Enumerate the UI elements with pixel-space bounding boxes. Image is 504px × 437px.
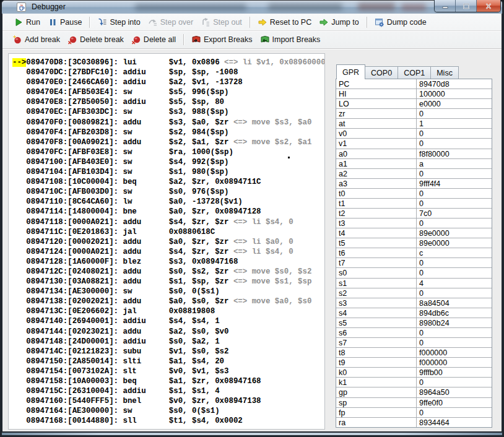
step-over-button[interactable]: Step over — [144, 15, 198, 29]
register-value[interactable]: 0 — [417, 169, 492, 178]
import-breaks-button[interactable]: Import Breaks — [256, 33, 324, 46]
register-row[interactable]: at1 — [336, 119, 492, 129]
register-value[interactable]: 4 — [417, 279, 492, 288]
disassembly-line[interactable]: 08947100:[AFB403E0]: sw $s4, 992($sp) — [12, 157, 324, 167]
disassembly-line[interactable]: 0894713C:[0E206602]: jal 0x08819808 — [12, 306, 324, 316]
register-value[interactable]: 0 — [417, 139, 492, 148]
disassembly-line[interactable]: 089470F0:[00809821]: addu $s3, $a0, $zr … — [12, 118, 324, 128]
step-into-button[interactable]: Step into — [93, 15, 144, 29]
register-row[interactable]: s4894db6c — [336, 308, 492, 318]
register-row[interactable]: a0f8f80000 — [336, 149, 492, 159]
register-value[interactable]: 0 — [417, 378, 492, 387]
register-value[interactable]: 9ffe0f0 — [417, 398, 492, 407]
register-row[interactable]: t00 — [336, 189, 492, 199]
reset-to-pc-button[interactable]: Reset to PC — [254, 15, 315, 29]
register-value[interactable]: 89470d8 — [417, 79, 492, 89]
disassembly-line[interactable]: 089470E8:[27B50050]: addiu $s5, $sp, 80 — [12, 97, 324, 107]
disassembly-line[interactable]: 08947118:[0000A021]: addu $s4, $zr, $zr … — [12, 217, 324, 227]
register-row[interactable]: ra8934464 — [336, 418, 492, 427]
register-value[interactable]: 9fffb00 — [417, 368, 492, 377]
tab-cop1[interactable]: COP1 — [398, 66, 431, 79]
disassembly-line[interactable]: 08947140:[26940001]: addiu $s4, $s4, 1 — [12, 316, 324, 326]
disassembly-line[interactable]: 08947110:[8C64CA60]: lw $a0, -13728($v1) — [12, 197, 324, 207]
disassembly-line[interactable]: -->089470D8:[3C030896]: lui $v1, 0x0896 … — [12, 58, 324, 67]
register-row[interactable]: t10 — [336, 199, 492, 209]
register-value[interactable]: f000000 — [417, 348, 492, 357]
register-value[interactable]: f8f80000 — [417, 149, 492, 158]
register-row[interactable]: t8f000000 — [336, 348, 492, 358]
register-value[interactable]: 0 — [417, 408, 492, 417]
register-value[interactable]: 0 — [417, 258, 492, 267]
delete-all-button[interactable]: Delete all — [128, 33, 180, 46]
tab-misc[interactable]: Misc — [431, 66, 459, 79]
disassembly-line[interactable]: 089470E4:[AFB503E4]: sw $s5, 996($sp) — [12, 87, 324, 97]
disassembly-line[interactable]: 089470EC:[AFB303DC]: sw $s3, 988($sp) — [12, 107, 324, 117]
export-breaks-button[interactable]: Export Breaks — [188, 33, 256, 46]
register-row[interactable]: sp9ffe0f0 — [336, 398, 492, 408]
disassembly-line[interactable]: 08947128:[1A60000F]: blez $s3, 0x0894716… — [12, 257, 324, 267]
add-break-button[interactable]: Add break — [9, 33, 64, 46]
register-row[interactable]: t27c0 — [336, 209, 492, 218]
disassembly-line[interactable]: 08947130:[03A08821]: addu $s1, $sp, $zr … — [12, 277, 324, 287]
disassembly-line[interactable]: 08947124:[0000A021]: addu $s4, $zr, $zr … — [12, 247, 324, 257]
register-value[interactable]: 89e0000 — [417, 238, 492, 248]
register-row[interactable]: a20 — [336, 169, 492, 179]
disassembly-line[interactable]: 08947120:[00002021]: addu $a0, $zr, $zr … — [12, 237, 324, 247]
register-row[interactable]: t70 — [336, 258, 492, 268]
register-value[interactable]: 8980b24 — [417, 318, 492, 327]
register-row[interactable]: a39fff4f4 — [336, 179, 492, 189]
register-row[interactable]: gp8964a50 — [336, 387, 492, 397]
disassembly-line[interactable]: 08947138:[02002021]: addu $a0, $s0, $zr … — [12, 296, 324, 306]
register-value[interactable]: 8934464 — [417, 418, 492, 427]
register-value[interactable]: 8964a50 — [417, 387, 492, 397]
disassembly-line[interactable]: 08947158:[10A00003]: beq $a1, $zr, 0x089… — [12, 376, 324, 386]
register-row[interactable]: LOe0000 — [336, 99, 492, 109]
register-value[interactable]: 0 — [417, 268, 492, 277]
register-value[interactable]: 1 — [417, 119, 492, 128]
disassembly-line[interactable]: 0894714C:[02121823]: subu $v1, $s0, $s2 — [12, 347, 324, 357]
disassembly-line[interactable]: 08947104:[AFB103D4]: sw $s1, 980($sp) — [12, 167, 324, 177]
register-row[interactable]: v10 — [336, 139, 492, 149]
register-row[interactable]: v00 — [336, 129, 492, 139]
disassembly-line[interactable]: 0894710C:[AFB003D0]: sw $s0, 976($sp) — [12, 187, 324, 197]
delete-break-button[interactable]: Delete break — [64, 33, 128, 46]
disassembly-line[interactable]: 08947144:[02023021]: addu $a2, $s0, $v0 — [12, 327, 324, 337]
register-value[interactable]: 0 — [417, 328, 492, 337]
register-value[interactable]: 0 — [417, 218, 492, 228]
disassembly-line[interactable]: 08947164:[AE300000]: sw $s0, 0($s1) — [12, 406, 324, 416]
tab-gpr[interactable]: GPR — [336, 64, 365, 79]
disassembly-line[interactable]: 08947114:[14800004]: bne $a0, $zr, 0x089… — [12, 207, 324, 217]
dump-code-button[interactable]: Dump code — [371, 15, 430, 29]
disassembly-line[interactable]: 0894712C:[02408021]: addu $s0, $s2, $zr … — [12, 267, 324, 277]
register-row[interactable]: s20 — [336, 288, 492, 298]
register-value[interactable]: 0 — [417, 288, 492, 298]
disassembly-line[interactable]: 0894715C:[26310004]: addiu $s1, $s1, 4 — [12, 386, 324, 396]
register-value[interactable]: a — [417, 159, 492, 168]
register-row[interactable]: PC89470d8 — [336, 79, 492, 89]
register-value[interactable]: f000000 — [417, 358, 492, 367]
close-button[interactable] — [477, 0, 500, 12]
register-value[interactable]: 89e0000 — [417, 228, 492, 238]
register-row[interactable]: t9f000000 — [336, 358, 492, 368]
register-value[interactable]: 0 — [417, 199, 492, 208]
register-value[interactable]: 0 — [417, 189, 492, 198]
register-value[interactable]: 0 — [417, 129, 492, 138]
disassembly-line[interactable]: 08947160:[5440FFF5]: bnel $v0, $zr, 0x08… — [12, 396, 324, 406]
disassembly-line[interactable]: 089470F8:[00A09021]: addu $s2, $a1, $zr … — [12, 137, 324, 147]
register-value[interactable]: 100000 — [417, 89, 492, 98]
disassembly-line[interactable]: 08947154:[0073102A]: slt $v0, $v1, $s3 — [12, 366, 324, 376]
register-value[interactable]: 8a84504 — [417, 298, 492, 308]
register-row[interactable]: s70 — [336, 338, 492, 348]
jump-to-button[interactable]: Jump to — [315, 15, 362, 29]
register-row[interactable]: t589e0000 — [336, 238, 492, 248]
pause-button[interactable]: Pause — [44, 15, 85, 29]
register-row[interactable]: s38a84504 — [336, 298, 492, 308]
maximize-button[interactable] — [456, 0, 477, 12]
disassembly-line[interactable]: 08947134:[AE300000]: sw $s0, 0($s1) — [12, 287, 324, 296]
register-row[interactable]: t6c — [336, 248, 492, 258]
disassembly-line[interactable]: 089470E0:[2466CA60]: addiu $a2, $v1, -13… — [12, 77, 324, 87]
register-row[interactable]: s14 — [336, 279, 492, 288]
register-row[interactable]: a1a — [336, 159, 492, 169]
register-row[interactable]: t30 — [336, 218, 492, 228]
minimize-button[interactable] — [435, 0, 456, 12]
